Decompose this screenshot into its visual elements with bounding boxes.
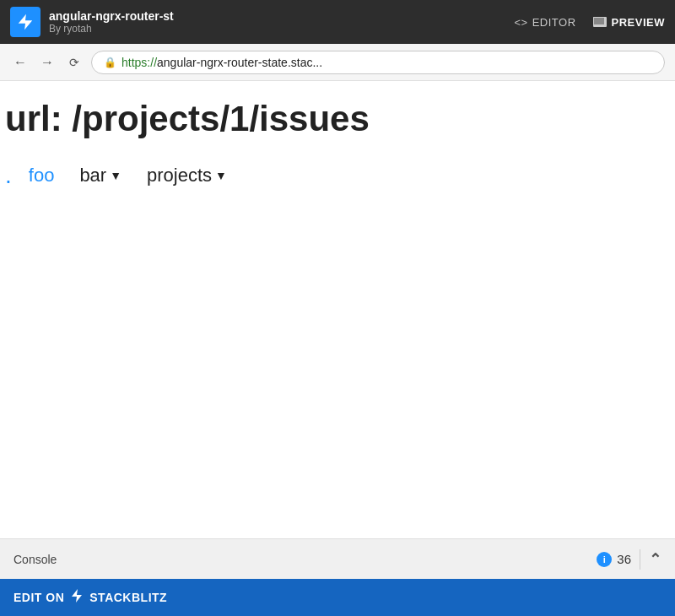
stackblitz-label: STACKBLITZ: [89, 591, 167, 604]
info-count: 36: [617, 552, 631, 566]
preview-button[interactable]: PREVIEW: [593, 16, 665, 29]
reload-button[interactable]: ⟳: [64, 54, 84, 71]
console-collapse-button[interactable]: ⌃: [649, 550, 662, 569]
address-bar[interactable]: 🔒 https://angular-ngrx-router-state.stac…: [91, 51, 665, 74]
url-protocol: https://: [122, 56, 157, 69]
console-label: Console: [14, 553, 597, 566]
top-bar-actions: <> EDITOR PREVIEW: [514, 16, 665, 29]
editor-label: EDITOR: [532, 16, 576, 29]
preview-icon: [593, 17, 607, 27]
svg-marker-3: [72, 589, 82, 602]
console-bar: Console i 36 ⌃: [0, 538, 675, 579]
app-info: angular-ngrx-router-st By ryotah: [49, 9, 174, 35]
forward-button[interactable]: →: [37, 53, 57, 72]
preview-content: url: /projects/1/issues . foo bar ▼ proj…: [0, 81, 675, 538]
nav-projects-label: projects: [147, 165, 212, 186]
nav-dot: .: [5, 164, 12, 187]
projects-dropdown-arrow: ▼: [215, 169, 227, 182]
svg-rect-2: [594, 18, 604, 24]
nav-projects-dropdown[interactable]: projects ▼: [147, 165, 227, 186]
app-name: angular-ngrx-router-st: [49, 9, 174, 23]
editor-icon: <>: [514, 16, 527, 29]
svg-marker-0: [19, 14, 33, 30]
info-badge-icon: i: [597, 552, 612, 567]
edit-on-label: EDIT ON: [14, 591, 64, 604]
nav-bar-dropdown[interactable]: bar ▼: [79, 165, 122, 186]
url-rest: angular-ngrx-router-state.stac...: [157, 56, 322, 69]
nav-bar-label: bar: [79, 165, 106, 186]
url-display: url: /projects/1/issues: [5, 98, 667, 140]
browser-bar: ← → ⟳ 🔒 https://angular-ngrx-router-stat…: [0, 44, 675, 81]
stackblitz-bar[interactable]: EDIT ON STACKBLITZ: [0, 579, 675, 616]
nav-menu: . foo bar ▼ projects ▼: [5, 164, 667, 187]
url-text: https://angular-ngrx-router-state.stac..…: [122, 56, 322, 69]
bar-dropdown-arrow: ▼: [110, 169, 122, 182]
app-author: By ryotah: [49, 23, 174, 35]
console-info: i 36: [597, 552, 631, 567]
bolt-icon: [71, 588, 83, 607]
nav-foo-link[interactable]: foo: [29, 165, 55, 186]
editor-button[interactable]: <> EDITOR: [514, 16, 575, 29]
top-bar: angular-ngrx-router-st By ryotah <> EDIT…: [0, 0, 675, 44]
console-divider: [640, 549, 640, 570]
back-button[interactable]: ←: [10, 53, 30, 72]
preview-label: PREVIEW: [612, 16, 665, 29]
lock-icon: 🔒: [104, 57, 116, 68]
app-logo: [10, 7, 40, 37]
